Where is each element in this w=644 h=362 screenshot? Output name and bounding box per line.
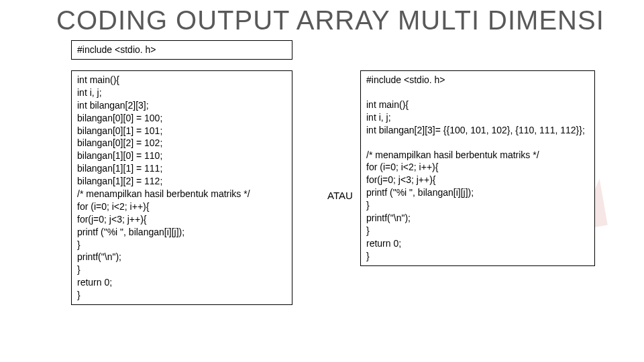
code-line: bilangan[0][0] = 100; — [77, 112, 286, 125]
code-line: } — [77, 239, 286, 251]
code-box-left: int main(){int i, j;int bilangan[2][3];b… — [71, 70, 292, 305]
code-line: printf ("%i ", bilangan[i][j]); — [366, 186, 589, 199]
code-line: int bilangan[2][3]; — [77, 99, 286, 112]
connector-label: ATAU — [327, 190, 353, 201]
code-box-right: #include <stdio. h>int main(){int i, j;i… — [360, 70, 595, 266]
blank-line — [366, 86, 589, 99]
include-box: #include <stdio. h> — [71, 40, 292, 60]
code-line: } — [366, 250, 589, 263]
code-line: int main(){ — [77, 74, 286, 86]
code-line: printf("\n"); — [77, 251, 286, 263]
code-line: } — [366, 199, 589, 212]
code-line: int i, j; — [366, 111, 589, 124]
code-line: return 0; — [366, 237, 589, 250]
code-line: /* menampilkan hasil berbentuk matriks *… — [77, 188, 286, 200]
code-line: bilangan[1][2] = 112; — [77, 175, 286, 188]
code-line: bilangan[1][1] = 111; — [77, 162, 286, 175]
code-line: printf ("%i ", bilangan[i][j]); — [77, 226, 286, 239]
code-line: for(j=0; j<3; j++){ — [366, 174, 589, 186]
code-line: printf("\n"); — [366, 212, 589, 225]
blank-line — [366, 137, 589, 149]
code-line: int i, j; — [77, 86, 286, 99]
code-line: for(j=0; j<3; j++){ — [77, 213, 286, 226]
code-line: /* menampilkan hasil berbentuk matriks *… — [366, 149, 589, 162]
code-line: } — [77, 263, 286, 276]
page-title: CODING OUTPUT ARRAY MULTI DIMENSI — [56, 5, 604, 36]
code-line: #include <stdio. h> — [366, 74, 589, 86]
code-line: for (i=0; i<2; i++){ — [77, 200, 286, 213]
code-line: int bilangan[2][3]= {{100, 101, 102}, {1… — [366, 124, 589, 137]
code-line: return 0; — [77, 276, 286, 289]
code-line: for (i=0; i<2; i++){ — [366, 161, 589, 174]
code-line: bilangan[1][0] = 110; — [77, 149, 286, 162]
code-line: int main(){ — [366, 99, 589, 111]
code-line: } — [77, 289, 286, 302]
code-line: bilangan[0][2] = 102; — [77, 137, 286, 149]
code-line: bilangan[0][1] = 101; — [77, 125, 286, 137]
code-line: #include <stdio. h> — [77, 44, 286, 56]
code-line: } — [366, 225, 589, 237]
